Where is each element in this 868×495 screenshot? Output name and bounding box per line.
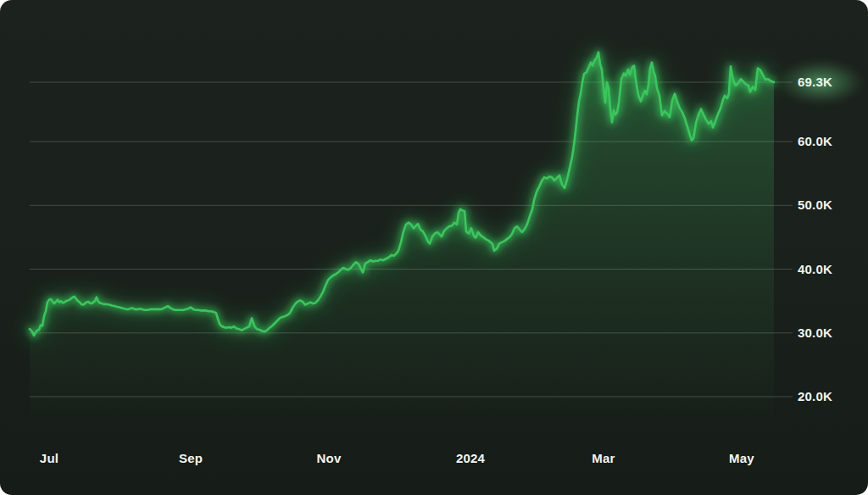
price-chart-canvas[interactable]: [0, 0, 868, 495]
x-tick-label: Mar: [592, 450, 615, 467]
current-price-badge: 69.3K: [798, 74, 857, 91]
y-tick-label: 60.0K: [798, 133, 857, 150]
x-tick-label: Jul: [40, 450, 58, 467]
current-price-glow: [777, 60, 864, 104]
x-tick-label: 2024: [456, 450, 485, 467]
y-tick-label: 50.0K: [798, 197, 857, 214]
y-tick-label: 20.0K: [798, 388, 857, 405]
chart-panel: 69.3K60.0K50.0K40.0K30.0K20.0K JulSepNov…: [0, 0, 868, 495]
x-tick-label: May: [729, 450, 754, 467]
x-tick-label: Nov: [317, 450, 342, 467]
y-tick-label: 40.0K: [798, 261, 857, 278]
y-tick-label: 30.0K: [798, 325, 857, 342]
x-tick-label: Sep: [179, 450, 203, 467]
screenshot-stage: 69.3K60.0K50.0K40.0K30.0K20.0K JulSepNov…: [0, 0, 868, 495]
